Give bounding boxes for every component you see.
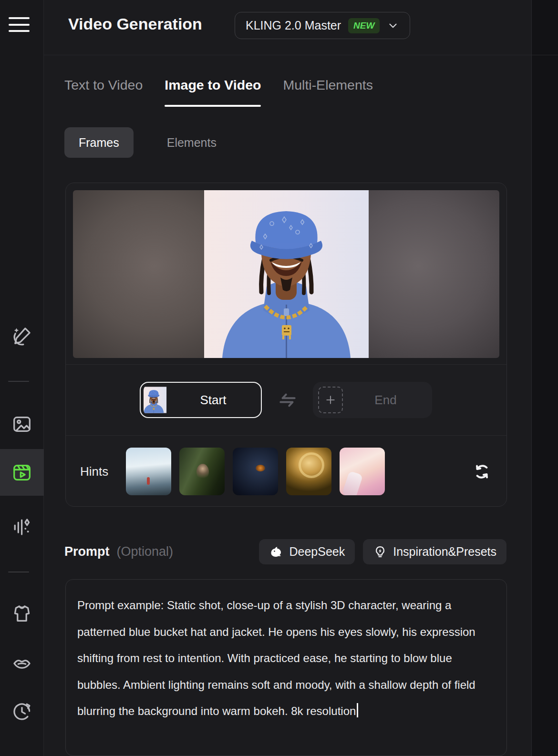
hint-thumbnails [126,448,385,495]
sidebar-divider [8,572,29,572]
deepseek-button-label: DeepSeek [289,545,345,559]
start-label: Start [169,393,257,408]
menu-icon[interactable] [9,17,30,32]
prompt-header: Prompt (Optional) [64,544,173,559]
hint-thumbnail-ice-dragon[interactable] [126,448,171,495]
audio-wave-icon [11,516,33,538]
text-cursor [357,703,358,717]
tab-text-to-video[interactable]: Text to Video [64,77,143,107]
prompt-label: Prompt [64,544,110,559]
chevron-down-icon [387,20,399,32]
swap-icon [277,389,298,410]
page-title: Video Generation [68,15,202,33]
lips-icon [11,652,33,674]
sidebar-item-video-generation[interactable] [0,461,44,483]
history-clock-icon [11,701,33,723]
prompt-text-value: Prompt example: Static shot, close-up of… [77,599,475,717]
header-divider [44,55,558,55]
prompt-textarea[interactable]: Prompt example: Static shot, close-up of… [65,579,507,756]
preview-image [204,190,369,358]
prompt-actions: DeepSeek Inspiration&Presets [259,539,506,564]
new-badge: NEW [348,18,380,33]
hint-thumbnail-eagle[interactable] [233,448,278,495]
sidebar-item-history[interactable] [0,701,44,723]
elements-toggle-button[interactable]: Elements [153,127,231,158]
refresh-icon [473,463,491,480]
prompt-optional-label: (Optional) [117,544,174,559]
start-end-row: Start End [66,365,506,435]
sidebar-item-lip-sync[interactable] [0,652,44,674]
sidebar-item-audio-generation[interactable] [0,516,44,538]
lightbulb-icon [373,545,387,559]
hints-row: Hints [66,436,506,507]
model-name: KLING 2.0 Master [246,19,341,32]
sidebar-divider [8,381,29,382]
sidebar-item-image-generation[interactable] [0,413,44,435]
frames-elements-toggle: Frames Elements [64,127,231,158]
video-generation-icon [11,461,33,483]
end-label: End [343,393,428,408]
model-selector[interactable]: KLING 2.0 Master NEW [235,12,410,39]
start-frame-button[interactable]: Start [140,382,262,418]
inspiration-button-label: Inspiration&Presets [393,545,496,559]
plus-icon [324,394,337,406]
deepseek-button[interactable]: DeepSeek [259,539,355,564]
deepseek-whale-icon [269,545,283,559]
hint-thumbnail-candy-road[interactable] [340,448,385,495]
refresh-hints-button[interactable] [472,462,491,481]
shirt-icon [11,603,33,624]
magic-pen-icon [11,325,33,347]
frames-card: Start End Hints [65,183,507,507]
preview-blur-right [369,190,499,358]
tab-multi-elements[interactable]: Multi-Elements [283,77,372,107]
hint-thumbnail-golden-goddess[interactable] [286,448,331,495]
left-sidebar [0,0,44,756]
sidebar-item-ai-edit[interactable] [0,325,44,347]
image-icon [11,413,33,435]
preview-blur-left [73,190,204,358]
swap-frames-button[interactable] [276,389,299,411]
start-frame-preview[interactable] [73,190,499,358]
inspiration-presets-button[interactable]: Inspiration&Presets [363,539,506,564]
hints-label: Hints [80,464,126,479]
tab-image-to-video[interactable]: Image to Video [165,77,261,107]
mode-tabs: Text to Video Image to Video Multi-Eleme… [64,77,373,107]
end-frame-button[interactable]: End [313,382,432,418]
start-frame-thumbnail [144,385,169,415]
hint-thumbnail-bamboo-forest[interactable] [179,448,225,495]
sidebar-item-virtual-try-on[interactable] [0,603,44,624]
frames-toggle-button[interactable]: Frames [64,127,134,158]
add-end-frame-target [318,387,343,413]
